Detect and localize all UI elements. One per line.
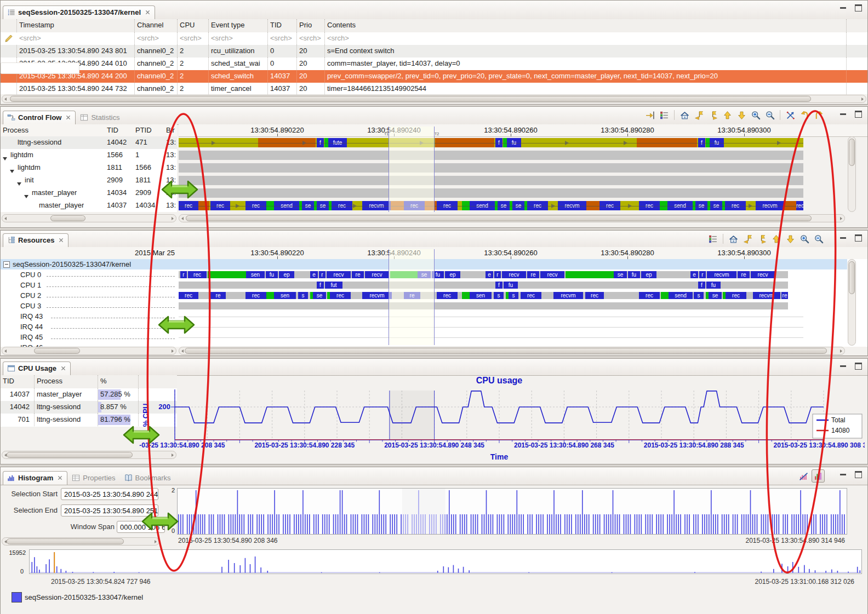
- minimize-icon[interactable]: [840, 235, 846, 239]
- resource-row[interactable]: CPU 1: [1, 280, 177, 290]
- table-cell: channel0_2: [135, 58, 178, 70]
- maximize-icon[interactable]: [855, 363, 862, 370]
- timeline-lane[interactable]: [179, 302, 803, 309]
- resource-row[interactable]: CPU 2: [1, 290, 177, 301]
- vertical-scrollbar[interactable]: [848, 136, 856, 212]
- close-icon[interactable]: [60, 365, 66, 371]
- tab-properties[interactable]: Properties: [67, 471, 119, 485]
- search-cell[interactable]: <srch>: [17, 32, 135, 45]
- maximize-icon[interactable]: [855, 4, 862, 12]
- table-row[interactable]: 2015-03-25 13:30:54.890 244 732channel0_…: [1, 83, 867, 94]
- move-up-button[interactable]: [770, 233, 782, 245]
- search-cell[interactable]: <srch>: [297, 32, 325, 45]
- column-header[interactable]: TID: [268, 19, 297, 32]
- search-cell[interactable]: <srch>: [325, 32, 847, 45]
- search-cell[interactable]: <srch>: [135, 32, 178, 45]
- cpu-row-process: lttng-sessiond: [35, 414, 98, 426]
- timeline-lane[interactable]: [179, 334, 803, 341]
- search-cell[interactable]: <srch>: [209, 32, 268, 45]
- timeline-lane[interactable]: ffuteffuffu: [179, 138, 803, 147]
- tab-histogram[interactable]: Histogram: [3, 471, 67, 485]
- next-marker-button[interactable]: [756, 233, 768, 245]
- maximize-icon[interactable]: [855, 234, 862, 242]
- histogram-window-chart[interactable]: [177, 488, 847, 535]
- state-base: [179, 176, 803, 185]
- maximize-icon[interactable]: [855, 471, 862, 478]
- minimize-icon[interactable]: [840, 472, 846, 475]
- search-cell[interactable]: <srch>: [178, 32, 209, 45]
- timeline-lane[interactable]: [179, 188, 803, 198]
- column-header[interactable]: Channel: [135, 19, 178, 32]
- resource-row[interactable]: CPU 0: [1, 269, 177, 280]
- timeline-lane[interactable]: recrerecsensserecrecvmrerecsenssrecrecvm…: [179, 292, 803, 299]
- svg-text:2015-03-25 13:30:54.890 248 34: 2015-03-25 13:30:54.890 248 345: [384, 441, 484, 449]
- transition-arrow-icon: [353, 204, 357, 208]
- zoom-out-button[interactable]: [813, 233, 825, 245]
- minimize-icon[interactable]: [840, 5, 846, 9]
- resource-row[interactable]: CPU 3: [1, 301, 177, 311]
- horizontal-scrollbar[interactable]: [2, 347, 176, 355]
- horizontal-scrollbar[interactable]: [2, 214, 176, 222]
- minimize-icon[interactable]: [840, 363, 846, 367]
- timeline-lane[interactable]: [179, 313, 803, 320]
- show-legend-button[interactable]: [707, 233, 719, 245]
- horizontal-scrollbar[interactable]: [2, 537, 159, 546]
- resource-row[interactable]: IRQ 46: [1, 342, 177, 347]
- state-segment: s: [494, 292, 504, 299]
- table-row[interactable]: 2015-03-25 13:30:54.890 244 010channel0_…: [1, 58, 867, 70]
- tab-events-editor[interactable]: seqSession-20150325-133047/kernel: [3, 5, 155, 19]
- leader-line: [51, 318, 175, 318]
- window-span-input[interactable]: [117, 521, 165, 533]
- column-header[interactable]: Process: [35, 375, 98, 388]
- table-cell: rcu_utilization: [209, 45, 268, 58]
- state-segment: f: [317, 282, 324, 289]
- close-icon[interactable]: [58, 237, 64, 243]
- column-header[interactable]: %: [98, 375, 139, 388]
- cpu-usage-chart[interactable]: CPU usage200% CPU2015-03-25 13:30:54.890…: [139, 374, 865, 464]
- trace-compass-workbench: seqSession-20150325-133047/kernel Timest…: [0, 0, 868, 614]
- tab-resources[interactable]: Resources: [3, 233, 68, 247]
- collapse-icon[interactable]: [3, 261, 13, 269]
- home-button[interactable]: [727, 233, 739, 245]
- close-icon[interactable]: [57, 475, 63, 481]
- previous-marker-button[interactable]: [741, 233, 753, 245]
- timeline-lane[interactable]: [179, 163, 803, 173]
- table-row[interactable]: 2015-03-25 13:30:54.890 244 200channel0_…: [1, 70, 867, 83]
- column-header[interactable]: Contents: [325, 19, 847, 32]
- close-icon[interactable]: [145, 9, 151, 15]
- column-header[interactable]: Event type: [209, 19, 268, 32]
- svg-text:CPU usage: CPU usage: [476, 376, 523, 385]
- horizontal-scrollbar[interactable]: [2, 95, 866, 103]
- column-header[interactable]: TID: [1, 375, 35, 388]
- timeline-lane[interactable]: [179, 176, 803, 185]
- svg-text:2015-03-25 13:30:54.890 308 34: 2015-03-25 13:30:54.890 308 345: [774, 441, 865, 449]
- tab-bookmarks[interactable]: Bookmarks: [120, 471, 175, 485]
- selection-start-input[interactable]: [61, 488, 158, 500]
- column-header[interactable]: Timestamp: [17, 19, 135, 32]
- trace-coloring-button[interactable]: [812, 469, 825, 483]
- events-search-row[interactable]: <srch><srch><srch><srch><srch><srch><src…: [1, 32, 867, 45]
- vertical-scrollbar[interactable]: [848, 259, 856, 346]
- timeline-lane[interactable]: [179, 323, 803, 330]
- tab-cpu-usage[interactable]: CPU Usage: [3, 361, 71, 375]
- resource-row[interactable]: IRQ 45: [1, 332, 177, 342]
- table-row[interactable]: 2015-03-25 13:30:54.890 243 801channel0_…: [1, 45, 867, 58]
- horizontal-scrollbar[interactable]: [179, 347, 845, 355]
- timeline-lane[interactable]: recrecrecsendseserecrecvmrecrecsendseser…: [179, 201, 803, 210]
- histogram-full-range-chart[interactable]: [29, 549, 862, 575]
- column-header[interactable]: Prio: [297, 19, 325, 32]
- resource-row[interactable]: IRQ 43: [1, 311, 177, 322]
- search-cell[interactable]: <srch>: [268, 32, 297, 45]
- hide-lost-events-button[interactable]: [797, 470, 809, 482]
- selection-end-label: Selection End: [3, 506, 58, 514]
- move-down-button[interactable]: [784, 233, 796, 245]
- selection-end-input[interactable]: [61, 504, 158, 517]
- resource-row[interactable]: IRQ 44: [1, 322, 177, 332]
- bookmarks-tab-title: Bookmarks: [135, 474, 171, 482]
- zoom-in-button[interactable]: [798, 233, 810, 245]
- column-header[interactable]: CPU: [178, 19, 209, 32]
- timeline-lane[interactable]: rrecsenfueperrecvrerecvsefueperrecvrerec…: [179, 271, 803, 278]
- horizontal-scrollbar[interactable]: [179, 214, 845, 222]
- timeline-lane[interactable]: ffutffuffu: [179, 282, 803, 289]
- timeline-lane[interactable]: [179, 151, 803, 160]
